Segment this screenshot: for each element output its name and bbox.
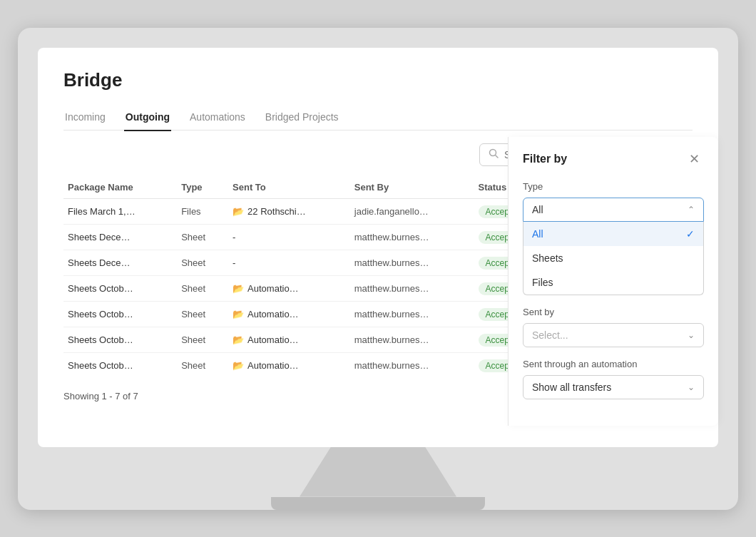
sent-by-placeholder: Select... xyxy=(532,329,568,341)
cell-type: Sheet xyxy=(177,302,228,327)
cell-sent-to: - xyxy=(228,250,350,276)
automation-filter-group: Sent through an automation Show all tran… xyxy=(523,359,704,399)
check-icon-all: ✓ xyxy=(686,228,695,240)
sent-by-filter-group: Sent by Select... ⌄ xyxy=(523,307,704,347)
cell-sent-by: matthew.burnes… xyxy=(350,225,474,250)
cell-sent-to: 📂 Automatio… xyxy=(228,302,350,327)
cell-package-name: Sheets Dece… xyxy=(63,225,177,250)
cell-package-name: Sheets Dece… xyxy=(63,250,177,276)
monitor-screen: Bridge Incoming Outgoing Automations Bri… xyxy=(38,48,718,447)
cell-sent-by: matthew.burnes… xyxy=(350,327,474,353)
db-icon: 📂 xyxy=(233,334,244,345)
automation-dropdown[interactable]: Show all transfers ⌄ xyxy=(523,375,704,399)
filter-panel: Filter by ✕ Type All ⌃ All ✓ xyxy=(508,137,718,426)
cell-type: Sheet xyxy=(177,353,228,379)
cell-sent-by: matthew.burnes… xyxy=(350,276,474,302)
filter-header: Filter by ✕ xyxy=(523,150,704,168)
type-option-all[interactable]: All ✓ xyxy=(523,222,703,246)
sent-by-dropdown[interactable]: Select... ⌄ xyxy=(523,323,704,347)
cell-type: Sheet xyxy=(177,225,228,250)
tab-incoming[interactable]: Incoming xyxy=(63,107,107,131)
cell-sent-to: - xyxy=(228,225,350,250)
cell-package-name: Files March 1,… xyxy=(63,199,177,225)
col-type: Type xyxy=(177,176,228,199)
cell-sent-to: 📂 Automatio… xyxy=(228,276,350,302)
type-option-files[interactable]: Files xyxy=(523,270,703,295)
type-dropdown-options: All ✓ Sheets Files xyxy=(523,222,704,295)
cell-package-name: Sheets Octob… xyxy=(63,302,177,327)
main-content: Package Name Type Sent To Sent By Status… xyxy=(63,176,693,404)
cell-package-name: Sheets Octob… xyxy=(63,327,177,353)
col-sent-to: Sent To xyxy=(228,176,350,199)
monitor-stand xyxy=(300,447,456,497)
cell-sent-by: jadie.fanganello… xyxy=(350,199,474,225)
filter-title: Filter by xyxy=(523,153,567,165)
type-filter-group: Type All ⌃ All ✓ Sheets xyxy=(523,181,704,295)
cell-type: Files xyxy=(177,199,228,225)
col-package-name: Package Name xyxy=(63,176,177,199)
showing-text: Showing 1 - 7 of 7 xyxy=(63,391,138,402)
cell-sent-by: matthew.burnes… xyxy=(350,250,474,276)
type-filter-label: Type xyxy=(523,181,704,192)
cell-type: Sheet xyxy=(177,250,228,276)
svg-line-1 xyxy=(496,155,499,158)
monitor-outer: Bridge Incoming Outgoing Automations Bri… xyxy=(18,28,738,510)
automation-dropdown-arrow-icon: ⌄ xyxy=(688,382,695,392)
cell-sent-to: 📂 22 Rothschi… xyxy=(228,199,350,225)
db-icon: 📂 xyxy=(233,360,244,371)
db-icon: 📂 xyxy=(233,206,244,217)
automation-selected-value: Show all transfers xyxy=(532,382,611,393)
cell-type: Sheet xyxy=(177,327,228,353)
type-dropdown-arrow-icon: ⌃ xyxy=(688,205,695,215)
cell-sent-by: matthew.burnes… xyxy=(350,353,474,379)
tab-automations[interactable]: Automations xyxy=(188,107,247,131)
type-selected-value: All xyxy=(532,204,543,215)
automation-filter-label: Sent through an automation xyxy=(523,359,704,369)
cell-sent-to: 📂 Automatio… xyxy=(228,353,350,379)
monitor-base xyxy=(271,497,485,510)
db-icon: 📂 xyxy=(233,309,244,319)
tabs-bar: Incoming Outgoing Automations Bridged Pr… xyxy=(63,107,693,131)
cell-sent-by: matthew.burnes… xyxy=(350,302,474,327)
col-sent-by: Sent By xyxy=(350,176,474,199)
cell-package-name: Sheets Octob… xyxy=(63,276,177,302)
page-title: Bridge xyxy=(63,69,693,91)
cell-package-name: Sheets Octob… xyxy=(63,353,177,379)
close-filter-button[interactable]: ✕ xyxy=(685,150,704,168)
cell-sent-to: 📂 Automatio… xyxy=(228,327,350,353)
tab-outgoing[interactable]: Outgoing xyxy=(124,107,171,131)
sent-by-filter-label: Sent by xyxy=(523,307,704,317)
type-option-sheets[interactable]: Sheets xyxy=(523,246,703,270)
type-dropdown[interactable]: All ⌃ xyxy=(523,198,704,222)
cell-type: Sheet xyxy=(177,276,228,302)
search-icon xyxy=(489,148,499,161)
db-icon: 📂 xyxy=(233,283,244,294)
tab-bridged-projects[interactable]: Bridged Projects xyxy=(264,107,340,131)
sent-by-dropdown-arrow-icon: ⌄ xyxy=(688,330,695,340)
